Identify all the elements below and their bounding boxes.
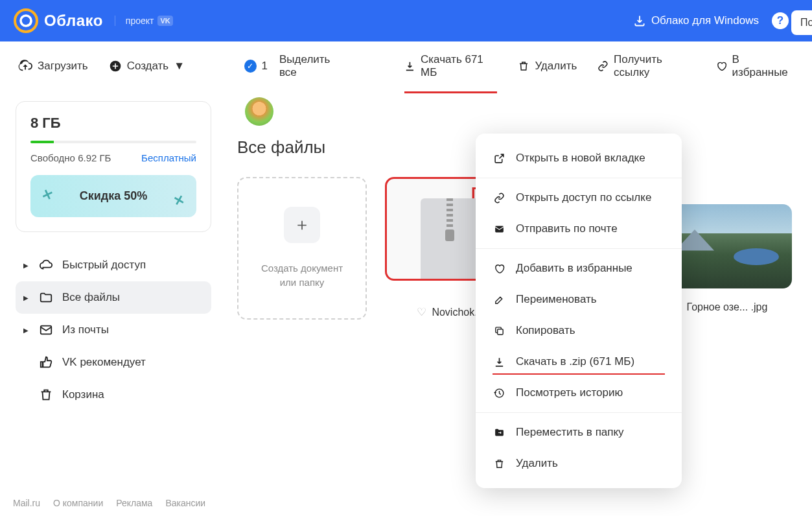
footer-ads[interactable]: Реклама (116, 498, 152, 508)
heart-icon (493, 263, 505, 274)
select-all-label: Выделить все (279, 53, 345, 79)
check-icon: ✓ (244, 60, 256, 73)
svg-rect-4 (495, 226, 504, 232)
cm-label: Переместить в папку (516, 426, 624, 439)
promo-banner[interactable]: Скидка 50% (30, 175, 196, 217)
cm-label: Открыть в новой вкладке (516, 152, 645, 165)
storage-card: 8 ГБ Свободно 6.92 ГБ Бесплатный Скидка … (16, 101, 211, 232)
sidebar: 8 ГБ Свободно 6.92 ГБ Бесплатный Скидка … (0, 91, 227, 421)
cm-label: Скачать в .zip (671 МБ) (516, 355, 634, 368)
create-tile[interactable]: ＋ Создать документ или папку (237, 177, 367, 320)
nav-quick-access[interactable]: ▶ Быстрый доступ (16, 249, 211, 281)
selected-count: 1 (262, 60, 268, 73)
svg-rect-5 (497, 329, 503, 334)
cm-rename[interactable]: Переименовать (476, 284, 682, 315)
storage-total: 8 ГБ (30, 115, 196, 132)
footer-jobs[interactable]: Вакансии (165, 498, 205, 508)
nav-all-files[interactable]: ▶ Все файлы (16, 281, 211, 314)
cm-label: Отправить по почте (516, 222, 618, 235)
upload-label: Загрузить (38, 60, 88, 73)
cm-label: Открыть доступ по ссылке (516, 191, 651, 204)
create-text-2: или папку (280, 277, 325, 288)
select-all-button[interactable]: ✓ 1 Выделить все (244, 53, 345, 79)
cm-add-favorite[interactable]: Добавить в избранные (476, 253, 682, 284)
mail-icon (493, 224, 505, 235)
upload-button[interactable]: Загрузить (18, 59, 88, 73)
windows-download-button[interactable]: Облако для Windows (633, 14, 759, 27)
footer-about[interactable]: О компании (53, 498, 103, 508)
external-link-icon (493, 153, 505, 164)
cm-download-zip[interactable]: Скачать в .zip (671 МБ) (476, 346, 682, 377)
image-thumbnail (662, 204, 792, 288)
zip-file-icon (421, 198, 479, 279)
nav-vk-label: VK рекомендует (62, 356, 146, 369)
create-text-1: Создать документ (261, 263, 343, 274)
footer: Mail.ru О компании Реклама Вакансии (13, 498, 205, 508)
svg-point-0 (15, 10, 37, 32)
cm-delete[interactable]: Удалить (476, 448, 682, 479)
logo-icon[interactable] (13, 8, 39, 34)
favorites-label: В избранные (732, 53, 794, 79)
storage-free: Свободно 6.92 ГБ (30, 152, 111, 163)
cm-label: Добавить в избранные (516, 262, 632, 275)
windows-download-label: Облако для Windows (651, 14, 759, 27)
toolbar: Загрузить Создать ▼ ✓ 1 Выделить все Ска… (0, 41, 812, 91)
cm-label: Удалить (516, 457, 558, 470)
get-link-label: Получить ссылку (614, 53, 695, 79)
project-text: проект (126, 16, 154, 26)
nav-vk-recommends[interactable]: ▶ VK рекомендует (16, 346, 211, 379)
file-name: Novichok.z (432, 307, 482, 318)
help-button[interactable]: ? (772, 12, 789, 29)
get-link-button[interactable]: Получить ссылку (597, 53, 695, 79)
cm-label: Переименовать (516, 293, 597, 306)
file-name: Горное озе... .jpg (687, 301, 768, 313)
storage-plan-link[interactable]: Бесплатный (141, 152, 196, 163)
footer-mail[interactable]: Mail.ru (13, 498, 40, 508)
cm-move[interactable]: Переместить в папку (476, 417, 682, 448)
project-label: проект VK (115, 16, 173, 26)
chevron-down-icon: ▼ (174, 60, 185, 73)
move-icon (493, 427, 505, 438)
create-label: Создать (127, 60, 169, 73)
caret-icon: ▶ (23, 294, 30, 301)
cm-label: Копировать (516, 324, 575, 337)
favorites-button[interactable]: В избранные (716, 53, 794, 79)
cm-open-new-tab[interactable]: Открыть в новой вкладке (476, 143, 682, 174)
plus-icon[interactable]: ＋ (284, 207, 320, 243)
download-icon (493, 357, 505, 368)
create-button[interactable]: Создать ▼ (109, 60, 185, 73)
copy-icon (493, 325, 505, 336)
delete-label: Удалить (535, 60, 577, 73)
context-menu: Открыть в новой вкладке Открыть доступ п… (476, 134, 682, 488)
trash-icon (493, 458, 505, 469)
delete-button[interactable]: Удалить (518, 60, 577, 73)
logo-text[interactable]: Облако (44, 12, 103, 30)
download-label: Скачать 671 МБ (421, 53, 497, 79)
nav-all-label: Все файлы (62, 291, 120, 304)
caret-icon: ▶ (23, 262, 30, 269)
user-avatar[interactable] (245, 97, 273, 126)
caret-icon: ▶ (23, 327, 30, 334)
nav-trash[interactable]: ▶ Корзина (16, 379, 211, 411)
cm-history[interactable]: Посмотреть историю (476, 377, 682, 408)
nav-quick-label: Быстрый доступ (62, 259, 146, 272)
storage-bar (30, 141, 196, 143)
history-icon (493, 388, 505, 399)
cm-share-link[interactable]: Открыть доступ по ссылке (476, 182, 682, 213)
nav: ▶ Быстрый доступ ▶ Все файлы ▶ Из почты … (16, 249, 211, 411)
nav-from-mail[interactable]: ▶ Из почты (16, 314, 211, 346)
cm-send-mail[interactable]: Отправить по почте (476, 213, 682, 244)
nav-trash-label: Корзина (62, 388, 104, 401)
app-header: Облако проект VK Облако для Windows ? По (0, 0, 812, 41)
link-icon (493, 193, 505, 204)
cm-copy[interactable]: Копировать (476, 315, 682, 346)
cm-label: Посмотреть историю (516, 386, 623, 399)
nav-mail-label: Из почты (62, 323, 109, 336)
download-button[interactable]: Скачать 671 МБ (404, 53, 497, 79)
file-tile-image[interactable]: Горное озе... .jpg (662, 177, 792, 320)
edit-icon (493, 294, 505, 305)
vk-badge-icon: VK (157, 16, 172, 26)
search-button[interactable]: По (791, 10, 812, 35)
heart-icon[interactable]: ♡ (417, 305, 426, 319)
